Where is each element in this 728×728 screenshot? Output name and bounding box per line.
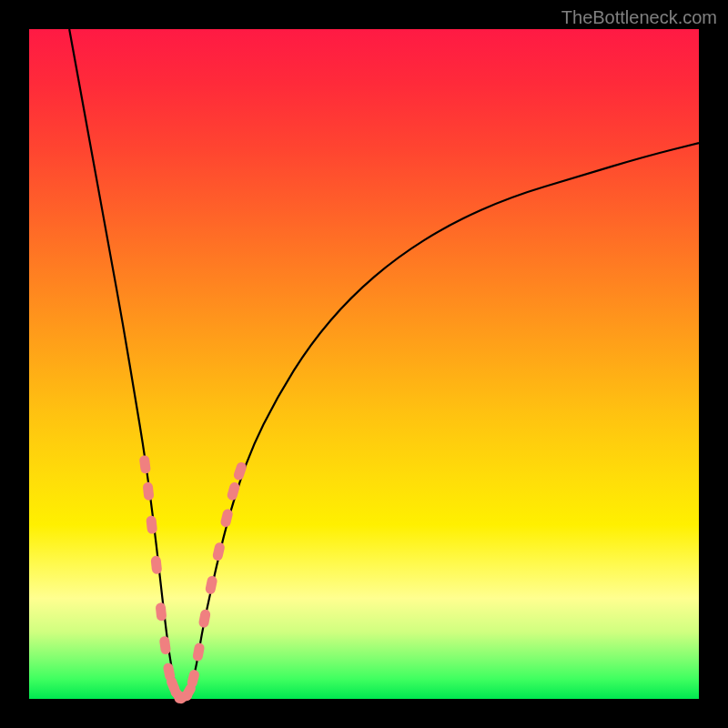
curve-marker [198, 609, 212, 629]
curve-marker [159, 635, 172, 654]
curve-marker [142, 481, 154, 500]
curve-marker [155, 602, 167, 622]
curve-marker [146, 515, 157, 534]
curve-marker [192, 642, 206, 662]
curve-marker [187, 669, 201, 689]
curve-marker [219, 508, 233, 528]
curve-marker [139, 455, 151, 474]
curve-marker [212, 541, 226, 561]
chart-svg [29, 29, 699, 699]
curve-markers [139, 455, 248, 706]
watermark-text: TheBottleneck.com [561, 7, 717, 28]
curve-marker [205, 575, 218, 595]
curve-marker [150, 555, 162, 574]
bottleneck-curve [69, 29, 699, 697]
